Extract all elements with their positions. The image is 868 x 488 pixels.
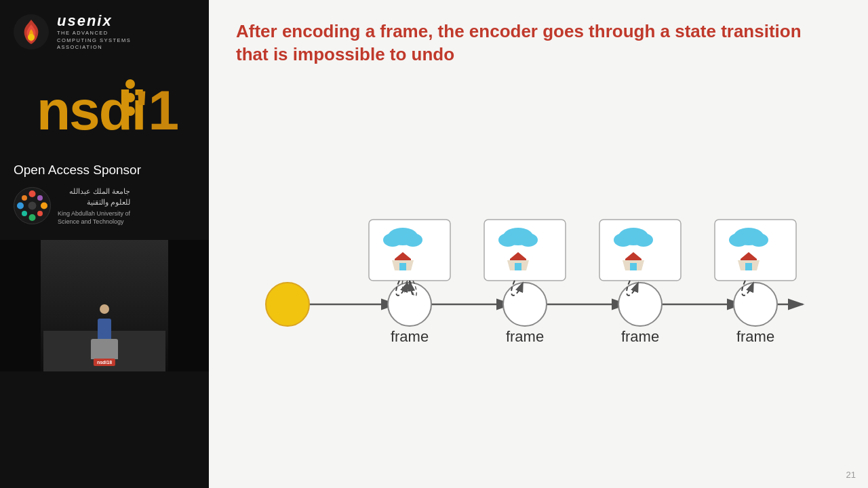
svg-point-31 <box>403 233 422 247</box>
sponsor-logo-area: جامعة الملك عبدالله للعلوم والتقنية King… <box>14 186 195 226</box>
svg-point-12 <box>22 195 27 201</box>
presenter-head <box>100 304 109 314</box>
svg-point-51 <box>729 233 748 247</box>
open-access-section: Open Access Sponsor جامعة الملك عبدالله <box>0 153 209 233</box>
curtain-right <box>168 240 209 371</box>
svg-point-15 <box>37 211 43 216</box>
slide-number: 21 <box>846 470 856 480</box>
svg-point-27 <box>734 283 777 326</box>
svg-point-25 <box>503 283 547 326</box>
svg-point-52 <box>749 233 768 247</box>
diagram-svg: frame frame frame frame <box>250 192 827 369</box>
presenter <box>91 306 118 359</box>
svg-point-24 <box>388 283 431 326</box>
svg-text:frame: frame <box>506 328 544 345</box>
kaust-english-text: King Abdullah University of Science and … <box>58 209 130 226</box>
usenix-logo-icon <box>14 14 49 49</box>
usenix-subtitle: THE ADVANCED COMPUTING SYSTEMS ASSOCIATI… <box>57 30 131 52</box>
sidebar: usenix THE ADVANCED COMPUTING SYSTEMS AS… <box>0 0 209 488</box>
video-thumbnail[interactable]: nsdi18 <box>0 240 209 371</box>
svg-text:frame: frame <box>736 328 774 345</box>
svg-point-45 <box>634 233 653 247</box>
diagram: frame frame frame frame <box>236 87 841 474</box>
svg-point-10 <box>17 203 24 209</box>
svg-text:'18: '18 <box>135 79 179 141</box>
svg-point-44 <box>614 233 633 247</box>
svg-text:frame: frame <box>621 328 659 345</box>
podium <box>91 339 118 359</box>
svg-rect-41 <box>515 263 521 270</box>
slide-title: After encoding a frame, the encoder goes… <box>236 20 819 66</box>
svg-rect-55 <box>745 263 752 270</box>
main-content: After encoding a frame, the encoder goes… <box>209 0 868 488</box>
svg-point-23 <box>266 283 309 326</box>
usenix-header: usenix THE ADVANCED COMPUTING SYSTEMS AS… <box>0 0 209 58</box>
svg-rect-34 <box>399 263 406 270</box>
usenix-text: usenix THE ADVANCED COMPUTING SYSTEMS AS… <box>57 12 131 52</box>
svg-text:frame: frame <box>391 328 429 345</box>
kaust-emblem-icon <box>14 187 51 224</box>
svg-point-5 <box>125 93 135 102</box>
svg-point-1 <box>28 34 35 41</box>
nsdi-logo: nsdi '18 <box>30 65 179 153</box>
svg-point-13 <box>37 195 43 201</box>
kaust-arabic-text: جامعة الملك عبدالله للعلوم والتقنية <box>58 186 130 208</box>
svg-point-11 <box>41 203 47 209</box>
svg-point-37 <box>498 233 517 247</box>
svg-point-16 <box>28 202 37 210</box>
svg-point-30 <box>383 233 402 247</box>
svg-rect-48 <box>630 263 637 270</box>
usenix-name: usenix <box>57 12 131 30</box>
svg-point-4 <box>125 79 135 89</box>
curtain-left <box>0 240 41 371</box>
svg-point-8 <box>29 190 36 197</box>
svg-point-6 <box>125 106 135 116</box>
svg-point-14 <box>22 211 27 216</box>
kaust-text: جامعة الملك عبدالله للعلوم والتقنية King… <box>58 186 130 226</box>
nsdi-badge: nsdi18 <box>94 359 115 366</box>
svg-point-26 <box>618 283 662 326</box>
slide: After encoding a frame, the encoder goes… <box>209 0 868 488</box>
open-access-title: Open Access Sponsor <box>14 163 195 178</box>
svg-point-38 <box>519 233 538 247</box>
svg-point-9 <box>29 214 36 221</box>
video-stage: nsdi18 <box>0 240 209 371</box>
